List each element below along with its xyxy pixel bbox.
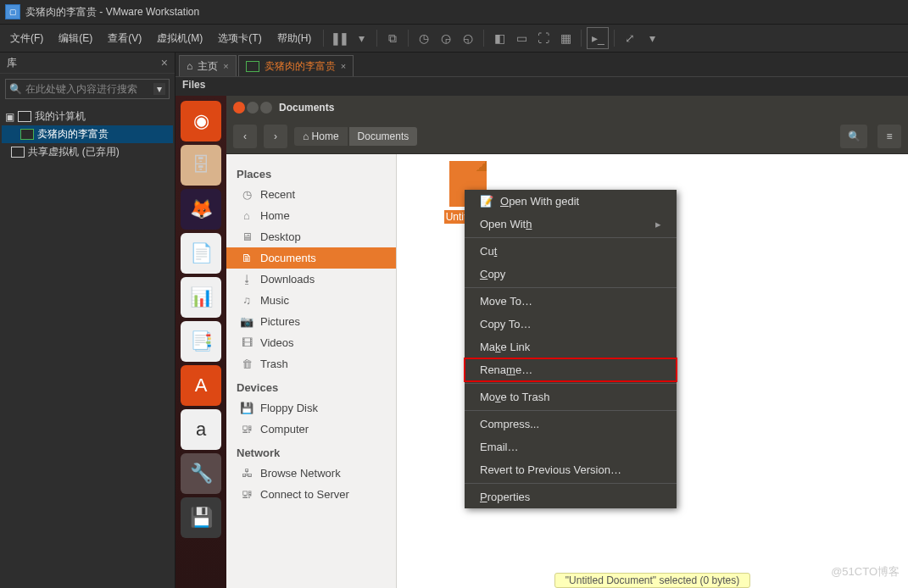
dropdown-icon[interactable]: ▾ [351,28,371,48]
close-tab-icon[interactable]: × [223,61,228,71]
ctx-copy-to[interactable]: Copy To… [465,313,677,336]
view-single-icon[interactable]: ▭ [511,28,532,48]
impress-icon[interactable]: 📑 [181,321,221,362]
vm-tabbar: ⌂主页× 卖猪肉的李富贵× [175,53,908,77]
firefox-icon[interactable]: 🦊 [181,189,221,230]
menu-edit[interactable]: 编辑(E) [52,28,99,49]
place-browse-net[interactable]: 🖧Browse Network [226,463,396,484]
library-search[interactable]: 🔍 在此处键入内容进行搜索 ▾ [5,79,170,99]
place-floppy[interactable]: 💾Floppy Disk [226,397,396,419]
desktop-icon: 🖥 [240,230,253,243]
search-dropdown-icon[interactable]: ▾ [153,83,165,95]
place-music[interactable]: ♫Music [226,290,396,311]
place-desktop[interactable]: 🖥Desktop [226,226,396,247]
settings-launcher-icon[interactable]: 🔧 [181,453,221,494]
tab-vm[interactable]: 卖猪肉的李富贵× [238,55,354,76]
crumb-documents[interactable]: Documents [349,127,418,146]
ctx-move-to[interactable]: Move To… [465,290,677,313]
ctx-email[interactable]: Email… [465,435,677,458]
revert-icon[interactable]: ◵ [458,28,478,48]
writer-icon[interactable]: 📄 [181,233,221,274]
nav-fwd-icon[interactable]: › [264,125,287,148]
files-launcher-icon[interactable]: 🗄 [181,145,221,186]
library-title: 库 [7,56,17,70]
places-sidebar: Places ◷Recent ⌂Home 🖥Desktop 🗎Documents… [226,154,397,588]
ctx-open-gedit[interactable]: 📝Open With gedit [465,190,677,213]
snapshot-icon[interactable]: ◷ [414,28,434,48]
tree-vm-item[interactable]: 卖猪肉的李富贵 [2,125,173,143]
menu-button-icon[interactable]: ≡ [877,125,901,148]
window-max-icon[interactable] [260,102,272,114]
menu-file[interactable]: 文件(F) [3,28,50,49]
window-close-icon[interactable] [233,102,245,114]
ctx-cut[interactable]: Cut [465,240,677,263]
menubar: 文件(F) 编辑(E) 查看(V) 虚拟机(M) 选项卡(T) 帮助(H) ❚❚… [0,25,908,53]
downloads-icon: ⭳ [240,273,253,286]
snapshot-mgr-icon[interactable]: ◶ [436,28,456,48]
vm-tab-icon [246,61,259,72]
view-split-icon[interactable]: ◧ [489,28,510,48]
ctx-rename[interactable]: Rename… [465,358,677,381]
status-text: "Untitled Document" selected (0 bytes) [554,573,750,588]
ctx-compress[interactable]: Compress... [465,413,677,435]
guest-app-title: Files [175,77,908,96]
pause-icon[interactable]: ❚❚ [329,28,349,48]
view-thumb-icon[interactable]: ▦ [555,28,576,48]
ctx-trash[interactable]: Move to Trash [465,386,677,408]
search-button-icon[interactable]: 🔍 [840,125,867,148]
send-keys-icon[interactable]: ⧉ [382,28,403,48]
menu-view[interactable]: 查看(V) [101,28,148,49]
file-view[interactable]: Untitled D 📝Open With gedit Open With▸ C… [397,154,908,588]
window-title: 卖猪肉的李富贵 - VMware Workstation [25,5,199,19]
places-heading: Places [237,168,386,180]
menu-vm[interactable]: 虚拟机(M) [150,28,209,49]
crumb-home[interactable]: ⌂ Home [294,127,348,146]
trash-icon: 🗑 [240,358,253,370]
amazon-icon[interactable]: a [181,409,221,450]
nav-back-icon[interactable]: ‹ [233,125,257,148]
place-videos[interactable]: 🎞Videos [226,332,396,353]
network-heading: Network [237,447,386,459]
vm-running-icon [20,129,34,140]
library-pane: 库 × 🔍 在此处键入内容进行搜索 ▾ ▣我的计算机 卖猪肉的李富贵 共享虚拟机… [0,53,175,588]
ctx-make-link[interactable]: Make Link [465,336,677,358]
floppy-icon: 💾 [240,402,253,414]
context-menu: 📝Open With gedit Open With▸ Cut Copy Mov… [465,190,677,508]
software-icon[interactable]: A [181,365,221,406]
place-downloads[interactable]: ⭳Downloads [226,269,396,290]
documents-icon: 🗎 [240,252,253,264]
tree-shared[interactable]: 共享虚拟机 (已弃用) [2,143,173,161]
place-computer[interactable]: 🖳Computer [226,419,396,440]
dropdown2-icon[interactable]: ▾ [642,28,662,48]
computer-icon [18,111,31,122]
place-documents[interactable]: 🗎Documents [226,247,396,269]
tree-my-computer[interactable]: ▣我的计算机 [2,108,173,125]
computer-place-icon: 🖳 [240,423,253,435]
place-pictures[interactable]: 📷Pictures [226,311,396,332]
window-min-icon[interactable] [247,102,259,114]
tab-home[interactable]: ⌂主页× [179,55,237,76]
network-icon: 🖧 [240,467,253,480]
place-home[interactable]: ⌂Home [226,205,396,226]
ctx-properties[interactable]: Properties [465,485,677,508]
place-trash[interactable]: 🗑Trash [226,353,396,374]
place-recent[interactable]: ◷Recent [226,184,396,205]
close-tab-icon[interactable]: × [341,61,346,71]
close-library-icon[interactable]: × [161,56,168,69]
console-icon[interactable]: ▸_ [587,27,609,49]
ctx-open-with[interactable]: Open With▸ [465,213,677,236]
place-connect-server[interactable]: 🖳Connect to Server [226,484,396,505]
nautilus-window: Documents ‹ › ⌂ Home Documents 🔍 ≡ Place… [226,96,908,588]
ctx-copy[interactable]: Copy [465,263,677,286]
fullscreen-icon[interactable]: ⤢ [620,28,640,48]
submenu-arrow-icon: ▸ [655,218,661,230]
view-unity-icon[interactable]: ⛶ [533,28,554,48]
clock-icon: ◷ [240,188,253,201]
calc-icon[interactable]: 📊 [181,277,221,318]
menu-help[interactable]: 帮助(H) [270,28,319,49]
ctx-revert[interactable]: Revert to Previous Version… [465,458,677,481]
dash-icon[interactable]: ◉ [181,101,221,141]
titlebar: ▢ 卖猪肉的李富贵 - VMware Workstation [0,0,908,25]
menu-tabs[interactable]: 选项卡(T) [211,28,268,49]
save-launcher-icon[interactable]: 💾 [181,497,221,538]
